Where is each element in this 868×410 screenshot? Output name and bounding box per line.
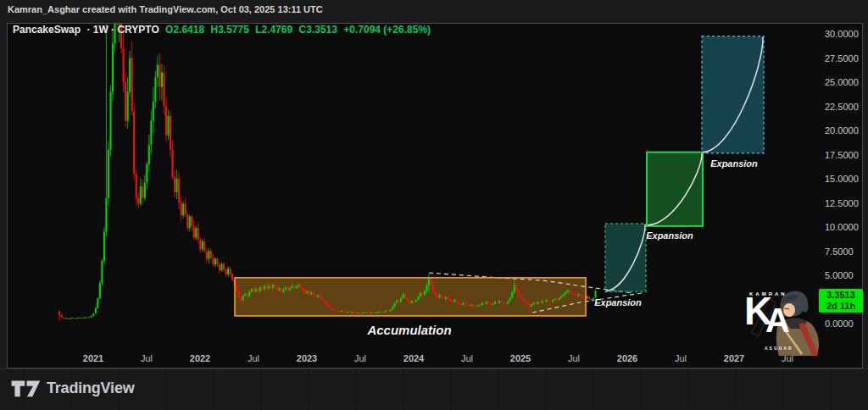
zone-label-expansion-1: Expansion (594, 297, 642, 308)
x-axis-tick: Jul (568, 353, 580, 363)
ohlc-high: H3.5775 (210, 24, 248, 36)
tradingview-logo[interactable]: TradingView (10, 377, 135, 399)
y-axis-tick: 5.0000 (825, 270, 867, 280)
symbol-name: PancakeSwap (13, 24, 81, 36)
expansion-1-zone[interactable] (605, 224, 646, 291)
x-axis-tick: 2021 (83, 353, 103, 363)
watermark-surname: ASGHAR (765, 346, 793, 351)
price-change: +0.7094 (+26.85%) (343, 24, 431, 36)
y-axis-tick: 15.0000 (825, 174, 867, 184)
expansion-2-zone[interactable] (647, 152, 703, 226)
y-axis-tick: 0.0000 (825, 319, 867, 329)
author-watermark: K A KAMRAN ASGHAR (743, 286, 827, 357)
y-axis-tick: 25.0000 (825, 77, 867, 87)
y-axis-tick: 22.5000 (825, 102, 867, 112)
symbol-meta: · 1W · CRYPTO (86, 24, 159, 36)
bar-countdown: 2d 11h (819, 301, 863, 312)
symbol-legend[interactable]: PancakeSwap · 1W · CRYPTO O2.6418 H3.577… (13, 24, 434, 36)
y-axis-tick: 20.0000 (825, 125, 867, 136)
x-axis-tick: 2023 (297, 353, 317, 363)
ohlc-open: O2.6418 (165, 24, 204, 36)
x-axis-tick: Jul (354, 353, 366, 363)
tradingview-icon (10, 377, 41, 399)
watermark-initial-a: A (765, 303, 790, 337)
expansion-3-zone[interactable] (702, 36, 764, 153)
watermark-name: KAMRAN (749, 291, 787, 296)
y-axis-tick: 7.5000 (825, 247, 867, 257)
y-axis-tick: 10.0000 (825, 222, 867, 232)
candlestick-layer (58, 0, 597, 321)
zone-label-expansion-2: Expansion (646, 230, 693, 241)
chart-canvas[interactable] (0, 0, 868, 410)
x-axis-tick: Jul (141, 353, 153, 363)
y-axis-tick: 17.5000 (825, 150, 867, 160)
y-axis-tick: 27.5000 (825, 53, 867, 64)
x-axis-tick: Jul (248, 353, 259, 363)
x-axis-tick: 2027 (724, 353, 744, 363)
x-axis-tick: 2025 (510, 353, 531, 363)
x-axis-tick: 2022 (190, 353, 210, 363)
accumulation-zone-fill (235, 278, 586, 316)
ohlc-close: C3.3513 (299, 24, 337, 36)
y-axis-tick: 30.0000 (825, 29, 867, 39)
last-price-badge: 3.3513 2d 11h (819, 289, 863, 313)
zone-label-accumulation-0: Accumulation (367, 323, 451, 337)
x-axis-tick: 2024 (403, 353, 424, 363)
zone-label-expansion-3: Expansion (710, 158, 758, 169)
y-axis-tick: 12.5000 (825, 198, 867, 208)
tradingview-brand-text: TradingView (47, 380, 135, 397)
footer-bar: TradingView (0, 368, 868, 410)
last-price-value: 3.3513 (819, 290, 863, 301)
x-axis-tick: Jul (675, 353, 687, 363)
x-axis-tick: 2026 (617, 353, 637, 363)
x-axis-tick: Jul (461, 353, 473, 363)
ohlc-low: L2.4769 (255, 24, 292, 36)
